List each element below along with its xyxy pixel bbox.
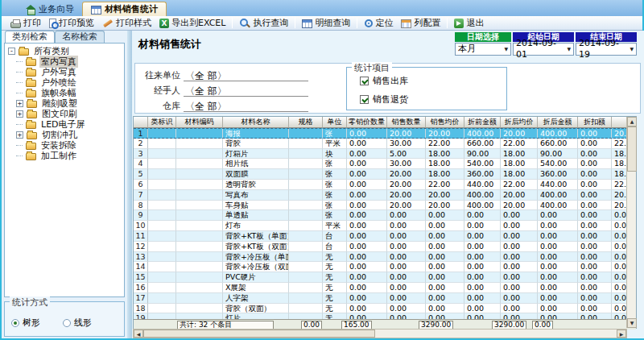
expand-icon[interactable]: + <box>16 100 23 107</box>
table-row[interactable]: 15PVC硬片无0.000.000.000.000.000.000.000.0 <box>134 272 636 283</box>
stat-mode-option[interactable]: 树形 <box>11 317 40 329</box>
radio-button[interactable] <box>11 319 19 327</box>
table-cell: 0.00 <box>538 272 578 283</box>
table-cell: 0.00 <box>538 304 578 314</box>
scroll-left-button[interactable]: ◀ <box>134 330 143 338</box>
grid-column-header[interactable]: 类标识 <box>148 117 176 128</box>
tree-connector <box>16 124 23 125</box>
vertical-scrollbar[interactable]: ▲ ▼ <box>626 117 636 328</box>
grid-column-header[interactable]: 规格 <box>289 117 323 128</box>
table-cell: 20. <box>612 201 628 211</box>
table-cell: 台 <box>323 242 347 252</box>
stat-item-option[interactable]: 销售退货 <box>360 93 408 106</box>
vertical-scroll-thumb[interactable] <box>627 126 637 172</box>
table-cell: 张 <box>323 129 347 138</box>
table-cell: 灯布 <box>223 221 289 231</box>
table-cell: 20. <box>612 190 628 201</box>
filter-value-field[interactable]: 〈全 部〉 <box>184 69 308 81</box>
footer-total-value: 165.00 <box>341 321 372 330</box>
filter-value-field[interactable]: 〈全 部〉 <box>184 100 308 112</box>
expand-icon[interactable]: + <box>16 110 23 118</box>
checkbox[interactable] <box>360 95 369 104</box>
toolbar-button[interactable]: 定位 <box>360 17 397 30</box>
table-cell: 0.00 <box>347 129 387 138</box>
grid-column-header[interactable]: 折后金额 <box>538 117 578 128</box>
grid-column-header[interactable]: 材料编码 <box>176 117 223 128</box>
date-dropdown[interactable]: 本月▼ <box>455 43 511 56</box>
table-row[interactable]: 9单透贴张0.000.000.000.000.000.000.000.0 <box>134 210 636 221</box>
expand-icon[interactable]: + <box>16 131 23 139</box>
stat-mode-option[interactable]: 线形 <box>63 317 92 329</box>
horizontal-scrollbar[interactable]: ◀ ▶ <box>133 329 627 338</box>
sidebar-tab-name-search[interactable]: 名称检索 <box>55 31 105 43</box>
table-row[interactable]: 8车身贴张0.0020.0020.00400.0020.00400.000.00… <box>134 201 636 211</box>
table-row[interactable]: 18背胶（双面）无0.000.000.000.000.000.000.000.0 <box>134 304 636 314</box>
sidebar-tab-category-search[interactable]: 类别检索 <box>5 31 55 43</box>
table-row[interactable]: 7写真布张0.0020.0020.00400.0020.00400.000.00… <box>134 190 636 201</box>
scroll-down-button[interactable]: ▼ <box>627 318 637 328</box>
toolbar-button[interactable]: 退出 <box>450 17 488 30</box>
table-row[interactable]: 11背胶+KT板（单面）台0.000.000.000.000.000.000.0… <box>134 231 636 242</box>
table-row[interactable]: 17人字架无0.000.000.000.000.000.000.000.0 <box>134 293 636 304</box>
table-cell: 0.00 <box>538 283 578 293</box>
table-row[interactable]: 3灯箱片块0.005.0018.0090.0018.0090.000.0018. <box>134 149 636 160</box>
grid-column-header[interactable]: 折前金额 <box>464 117 501 128</box>
detail-grid-icon <box>302 19 312 28</box>
table-row[interactable]: 14背胶+冷压板（双面）无0.000.000.000.000.000.000.0… <box>134 262 636 272</box>
toolbar-button[interactable]: 打印 <box>6 17 45 30</box>
table-cell <box>176 293 223 304</box>
grid-column-header[interactable]: 折后均价 <box>501 117 538 128</box>
toolbar-button[interactable]: 明细查询 <box>298 17 354 30</box>
grid-column-header[interactable]: 材料名称 <box>223 117 289 128</box>
table-row[interactable]: 4相片纸张0.0030.0018.00540.0018.00540.000.00… <box>134 159 636 169</box>
toolbar-button-label: 退出 <box>466 17 484 29</box>
folder-icon <box>26 69 36 77</box>
toolbar-button[interactable]: 导出到EXCEL <box>155 17 229 30</box>
table-cell: 0.00 <box>578 169 612 180</box>
table-cell: 0.00 <box>347 201 387 211</box>
table-cell <box>148 272 176 283</box>
table-cell: 0.00 <box>464 242 501 252</box>
tab-material-sales-stats[interactable]: 材料销售统计 <box>82 2 167 16</box>
tree-item[interactable]: 加工制作 <box>5 151 124 161</box>
table-row[interactable]: 2背胶平米0.0030.0022.00660.0022.00660.000.00… <box>134 139 636 149</box>
grid-column-header[interactable]: 零销价数量 <box>347 117 387 128</box>
table-cell: 0.00 <box>501 210 538 221</box>
table-cell: 0.00 <box>578 242 612 252</box>
tab-business-wizard[interactable]: 业务向导 <box>18 2 82 16</box>
footer-total-value: 0.00 <box>301 321 322 330</box>
grid-column-header[interactable]: 销售均价 <box>426 117 464 128</box>
table-row[interactable]: 10灯布平米0.000.000.000.000.000.000.000.0 <box>134 221 636 231</box>
table-cell: 0.00 <box>426 304 464 314</box>
date-dropdown[interactable]: 2014-09-19▼ <box>576 43 637 56</box>
table-row[interactable]: 13背胶+冷压板（单面）无0.000.000.000.000.000.000.0… <box>134 252 636 263</box>
toolbar-button[interactable]: 打印样式 <box>98 17 155 30</box>
table-row[interactable]: 6透明背胶张0.0020.0022.00440.0022.00440.000.0… <box>134 180 636 190</box>
toolbar-button[interactable]: 列配置 <box>397 17 444 30</box>
stat-mode-groupbox: 统计方式 树形线形 <box>4 301 125 337</box>
grid-column-header[interactable]: 单位 <box>323 117 347 128</box>
toolbar-button[interactable]: 打印预览 <box>45 17 98 30</box>
horizontal-scroll-thumb[interactable] <box>143 330 375 338</box>
table-row[interactable]: 19灯片无0.000.000.000.000.000.000.000.0 <box>134 313 636 319</box>
filter-value-field[interactable]: 〈全 部〉 <box>184 85 308 97</box>
radio-button[interactable] <box>63 319 71 327</box>
grid-column-header[interactable]: 折扣额 <box>578 117 612 128</box>
toolbar-button[interactable]: 执行查询 <box>235 17 292 30</box>
table-row[interactable]: 16X展架无0.000.000.000.000.000.000.000.0 <box>134 283 636 293</box>
collapse-icon[interactable]: - <box>8 48 15 55</box>
table-row[interactable]: 12背胶+KT板（双面）台0.000.000.000.000.000.000.0… <box>134 242 636 252</box>
scroll-right-button[interactable]: ▶ <box>617 330 626 338</box>
toolbar-button-label: 打印样式 <box>116 17 151 29</box>
scroll-up-button[interactable]: ▲ <box>627 117 637 126</box>
table-cell: 20.00 <box>501 201 538 211</box>
grid-column-header[interactable] <box>612 117 628 128</box>
table-row[interactable]: 5双面膜张0.0020.0018.00360.0018.00360.000.00… <box>134 169 636 180</box>
grid-column-header[interactable]: 销售数量 <box>387 117 426 128</box>
stat-item-option[interactable]: 销售出库 <box>360 75 408 87</box>
date-dropdown[interactable]: 2014-09-01▼ <box>513 43 574 56</box>
table-row-selected[interactable]: 1海报张0.0020.0020.00400.0020.00400.000.002… <box>134 128 636 139</box>
checkbox[interactable] <box>360 77 369 85</box>
table-cell: 440.00 <box>538 180 578 190</box>
table-cell: PVC硬片 <box>223 272 289 283</box>
